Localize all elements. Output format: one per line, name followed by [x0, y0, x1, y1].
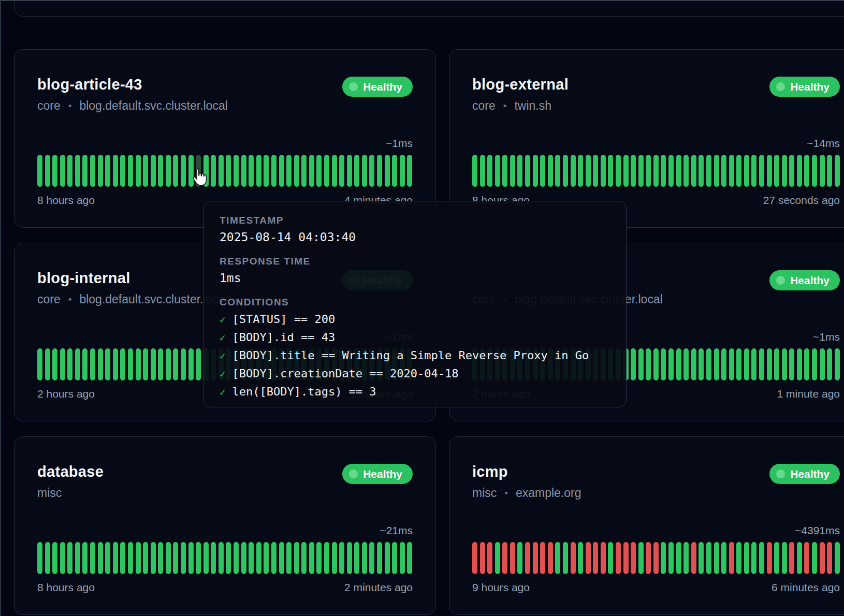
- uptime-bar[interactable]: [487, 155, 492, 187]
- uptime-bar[interactable]: [751, 155, 756, 187]
- uptime-bar[interactable]: [128, 542, 133, 574]
- uptime-bar[interactable]: [827, 348, 832, 380]
- uptime-bar[interactable]: [835, 155, 840, 187]
- uptime-bar[interactable]: [98, 155, 103, 187]
- uptime-bar[interactable]: [347, 155, 352, 187]
- uptime-bar[interactable]: [113, 155, 118, 187]
- previous-card-partial[interactable]: [14, 0, 844, 17]
- uptime-bar[interactable]: [158, 155, 163, 187]
- uptime-bar[interactable]: [820, 155, 825, 187]
- uptime-bar[interactable]: [517, 155, 522, 187]
- uptime-bar[interactable]: [90, 542, 95, 574]
- uptime-bar[interactable]: [668, 348, 674, 380]
- uptime-bar[interactable]: [301, 155, 307, 187]
- uptime-bar[interactable]: [211, 155, 216, 187]
- uptime-bar[interactable]: [264, 155, 269, 187]
- uptime-bar[interactable]: [571, 155, 576, 187]
- uptime-bar[interactable]: [782, 155, 787, 187]
- uptime-bar[interactable]: [789, 542, 794, 574]
- uptime-bar[interactable]: [797, 542, 802, 574]
- uptime-bar[interactable]: [113, 348, 118, 380]
- uptime-bar[interactable]: [631, 155, 636, 187]
- uptime-bar[interactable]: [533, 155, 538, 187]
- uptime-bar[interactable]: [60, 155, 65, 187]
- uptime-bar[interactable]: [166, 348, 171, 380]
- uptime-bar[interactable]: [721, 155, 726, 187]
- uptime-bar[interactable]: [751, 348, 756, 380]
- uptime-bar[interactable]: [721, 542, 726, 574]
- uptime-bar[interactable]: [377, 155, 382, 187]
- uptime-bar[interactable]: [548, 542, 553, 574]
- uptime-bar[interactable]: [286, 542, 292, 574]
- uptime-bar[interactable]: [623, 542, 629, 574]
- uptime-bar[interactable]: [729, 348, 734, 380]
- uptime-bar[interactable]: [128, 348, 133, 380]
- uptime-bar[interactable]: [759, 155, 764, 187]
- uptime-bar[interactable]: [563, 155, 568, 187]
- uptime-bar[interactable]: [706, 348, 711, 380]
- uptime-bar[interactable]: [264, 542, 269, 574]
- uptime-bar[interactable]: [774, 155, 779, 187]
- uptime-bar[interactable]: [392, 155, 397, 187]
- uptime-bar[interactable]: [143, 542, 148, 574]
- uptime-bar[interactable]: [120, 155, 125, 187]
- uptime-bar[interactable]: [234, 155, 239, 187]
- uptime-bar[interactable]: [495, 155, 500, 187]
- uptime-bar[interactable]: [75, 155, 80, 187]
- uptime-bar[interactable]: [249, 542, 254, 574]
- uptime-bar[interactable]: [631, 348, 636, 380]
- uptime-bar[interactable]: [67, 348, 72, 380]
- uptime-bar[interactable]: [661, 542, 666, 574]
- uptime-bar[interactable]: [188, 348, 194, 380]
- uptime-bar[interactable]: [52, 348, 57, 380]
- uptime-bar[interactable]: [676, 542, 681, 574]
- uptime-bar[interactable]: [75, 348, 80, 380]
- uptime-bar[interactable]: [699, 348, 704, 380]
- uptime-bar[interactable]: [105, 155, 110, 187]
- uptime-bar[interactable]: [789, 348, 794, 380]
- uptime-bar[interactable]: [593, 542, 598, 574]
- uptime-bar[interactable]: [653, 155, 659, 187]
- uptime-bar[interactable]: [143, 155, 148, 187]
- uptime-bar[interactable]: [324, 542, 329, 574]
- uptime-bar[interactable]: [52, 542, 57, 574]
- uptime-bar[interactable]: [759, 542, 764, 574]
- uptime-bar[interactable]: [37, 542, 42, 574]
- uptime-bar[interactable]: [646, 542, 651, 574]
- uptime-bar[interactable]: [699, 155, 704, 187]
- uptime-bar[interactable]: [812, 155, 817, 187]
- uptime-bar[interactable]: [812, 348, 817, 380]
- uptime-bar[interactable]: [661, 155, 666, 187]
- uptime-bar[interactable]: [241, 542, 246, 574]
- uptime-bar[interactable]: [578, 155, 583, 187]
- uptime-bar[interactable]: [691, 542, 696, 574]
- uptime-bar[interactable]: [226, 542, 231, 574]
- uptime-bar[interactable]: [90, 155, 95, 187]
- uptime-bar[interactable]: [362, 155, 367, 187]
- uptime-bar[interactable]: [495, 542, 500, 574]
- uptime-bar[interactable]: [377, 542, 382, 574]
- uptime-bar[interactable]: [668, 155, 674, 187]
- uptime-bar[interactable]: [151, 542, 156, 574]
- uptime-bar[interactable]: [608, 542, 613, 574]
- uptime-bar[interactable]: [45, 348, 50, 380]
- uptime-bar[interactable]: [510, 155, 515, 187]
- uptime-bar[interactable]: [385, 155, 390, 187]
- uptime-bar[interactable]: [271, 542, 277, 574]
- uptime-bar[interactable]: [354, 542, 359, 574]
- uptime-bar[interactable]: [37, 155, 42, 187]
- uptime-bar[interactable]: [744, 155, 749, 187]
- uptime-bar[interactable]: [729, 542, 734, 574]
- uptime-bar[interactable]: [601, 542, 606, 574]
- uptime-bar[interactable]: [211, 542, 216, 574]
- uptime-bar[interactable]: [691, 348, 696, 380]
- uptime-bar[interactable]: [67, 155, 72, 187]
- uptime-bar[interactable]: [166, 155, 171, 187]
- uptime-bar[interactable]: [241, 155, 246, 187]
- uptime-bar[interactable]: [510, 542, 515, 574]
- uptime-bar[interactable]: [158, 542, 163, 574]
- uptime-bar[interactable]: [332, 542, 337, 574]
- uptime-bar[interactable]: [324, 155, 329, 187]
- uptime-bar[interactable]: [151, 348, 156, 380]
- uptime-bar[interactable]: [653, 542, 659, 574]
